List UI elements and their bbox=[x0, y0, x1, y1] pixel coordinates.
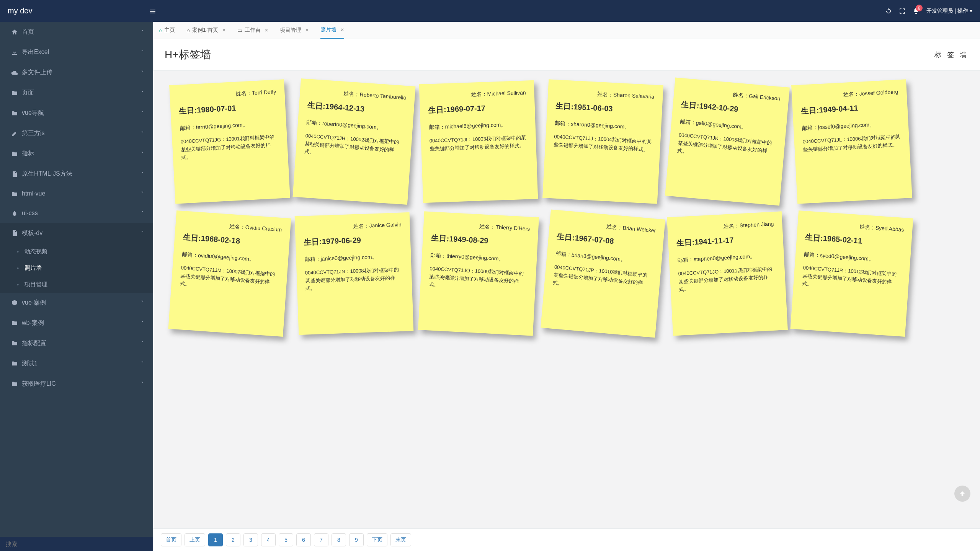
menu-toggle-icon[interactable] bbox=[149, 7, 156, 15]
header: my dev 6 开发管理员 | 操作 ▾ bbox=[0, 0, 980, 22]
logo: my dev bbox=[8, 7, 149, 15]
bell-icon[interactable]: 6 bbox=[913, 7, 920, 15]
user-label[interactable]: 开发管理员 | 操作 ▾ bbox=[926, 8, 972, 15]
fullscreen-icon[interactable] bbox=[899, 7, 906, 15]
refresh-icon[interactable] bbox=[885, 7, 892, 15]
notification-badge: 6 bbox=[916, 5, 923, 11]
